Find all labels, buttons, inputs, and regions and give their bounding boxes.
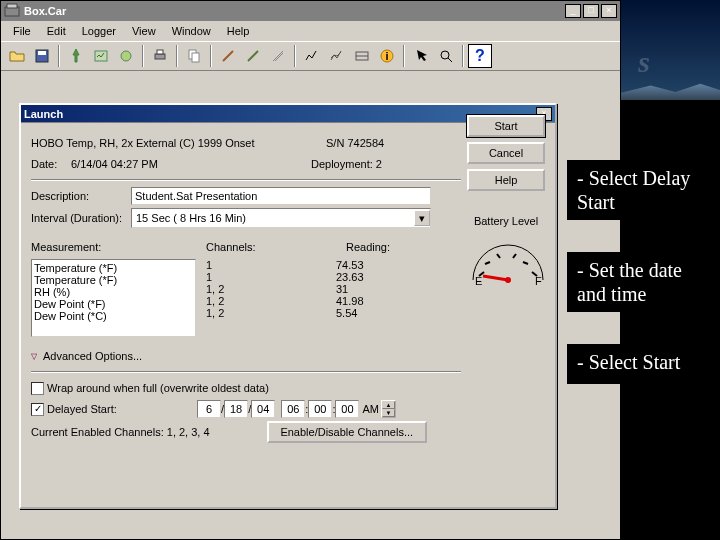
- list-item[interactable]: Dew Point (*C): [34, 310, 193, 322]
- description-label: Description:: [31, 190, 131, 202]
- print-icon[interactable]: [148, 44, 172, 68]
- info-icon[interactable]: i: [375, 44, 399, 68]
- reading-value: 23.63: [336, 271, 436, 283]
- chart-line-icon[interactable]: [300, 44, 324, 68]
- measurement-list[interactable]: Temperature (*F) Temperature (*F) RH (%)…: [31, 259, 196, 337]
- launch-dialog: Launch × Start Cancel Help Battery Level: [19, 103, 557, 509]
- tool-c-icon[interactable]: [266, 44, 290, 68]
- delayed-label: Delayed Start:: [47, 403, 197, 415]
- list-item[interactable]: Dew Point (*F): [34, 298, 193, 310]
- status-icon[interactable]: [114, 44, 138, 68]
- channel-value: 1, 2: [206, 307, 336, 319]
- time-sec-input[interactable]: [335, 400, 359, 418]
- advanced-link[interactable]: Advanced Options...: [43, 350, 142, 362]
- menu-help[interactable]: Help: [219, 23, 258, 39]
- date-value: 6/14/04 04:27 PM: [71, 158, 311, 170]
- instruction-select-start: - Select Start: [567, 344, 717, 384]
- open-icon[interactable]: [5, 44, 29, 68]
- svg-rect-9: [192, 53, 199, 62]
- instruction-set-date: - Set the date and time: [567, 252, 717, 312]
- spinner-down-icon: ▼: [382, 409, 395, 417]
- enabled-channels-label: Current Enabled Channels:: [31, 426, 164, 438]
- svg-line-17: [513, 254, 516, 258]
- menu-logger[interactable]: Logger: [74, 23, 124, 39]
- serial-value: 742584: [347, 137, 384, 149]
- date-year-input[interactable]: [251, 400, 275, 418]
- readout-icon[interactable]: [89, 44, 113, 68]
- device-line: HOBO Temp, RH, 2x External (C) 1999 Onse…: [31, 137, 326, 149]
- copy-icon[interactable]: [182, 44, 206, 68]
- reading-value: 74.53: [336, 259, 436, 271]
- menu-window[interactable]: Window: [164, 23, 219, 39]
- svg-text:i: i: [385, 50, 388, 62]
- menu-edit[interactable]: Edit: [39, 23, 74, 39]
- svg-line-15: [485, 262, 490, 264]
- chart-multi-icon[interactable]: [325, 44, 349, 68]
- list-item[interactable]: Temperature (*F): [34, 274, 193, 286]
- reading-value: 31: [336, 283, 436, 295]
- minimize-button[interactable]: _: [565, 4, 581, 18]
- start-button[interactable]: Start: [467, 115, 545, 137]
- date-day-input[interactable]: [224, 400, 248, 418]
- battery-gauge: E F: [467, 236, 549, 286]
- gauge-empty-label: E: [475, 275, 482, 286]
- deployment-label: Deployment:: [311, 158, 373, 170]
- tool-a-icon[interactable]: [216, 44, 240, 68]
- wrap-label: Wrap around when full (overwrite oldest …: [47, 382, 269, 394]
- pointer-icon[interactable]: [409, 44, 433, 68]
- app-titlebar: Box.Car _ □ ×: [1, 1, 620, 21]
- enabled-channels-value: 1, 2, 3, 4: [167, 426, 267, 438]
- chevron-down-icon[interactable]: ▾: [414, 210, 430, 226]
- channel-value: 1, 2: [206, 283, 336, 295]
- interval-value: 15 Sec ( 8 Hrs 16 Min): [132, 212, 414, 224]
- list-item[interactable]: RH (%): [34, 286, 193, 298]
- serial-label: S/N: [326, 137, 344, 149]
- date-label: Date:: [31, 158, 71, 170]
- description-input[interactable]: [131, 187, 431, 205]
- save-icon[interactable]: [30, 44, 54, 68]
- svg-line-18: [523, 262, 528, 264]
- help-icon[interactable]: ?: [468, 44, 492, 68]
- app-icon: [4, 3, 20, 19]
- list-item[interactable]: Temperature (*F): [34, 262, 193, 274]
- svg-rect-1: [7, 4, 17, 8]
- svg-line-16: [497, 254, 500, 258]
- channel-value: 1: [206, 271, 336, 283]
- menu-view[interactable]: View: [124, 23, 164, 39]
- interval-combo[interactable]: 15 Sec ( 8 Hrs 16 Min) ▾: [131, 208, 431, 228]
- svg-point-5: [121, 51, 131, 61]
- toolbar: i ?: [1, 41, 620, 71]
- time-min-input[interactable]: [308, 400, 332, 418]
- time-hour-input[interactable]: [281, 400, 305, 418]
- enable-disable-button[interactable]: Enable/Disable Channels...: [267, 421, 427, 443]
- chart-area-icon[interactable]: [350, 44, 374, 68]
- maximize-button[interactable]: □: [583, 4, 599, 18]
- svg-point-13: [441, 51, 449, 59]
- wrap-checkbox[interactable]: [31, 382, 44, 395]
- instruction-select-delay: - Select Delay Start: [567, 160, 717, 220]
- battery-label: Battery Level: [467, 215, 545, 227]
- svg-rect-6: [155, 54, 165, 59]
- help-button[interactable]: Help: [467, 169, 545, 191]
- delayed-checkbox[interactable]: ✓: [31, 403, 44, 416]
- reading-value: 41.98: [336, 295, 436, 307]
- background-letter: s: [638, 45, 650, 79]
- measurement-header: Measurement:: [31, 241, 206, 253]
- menubar: File Edit Logger View Window Help: [1, 21, 620, 41]
- channel-value: 1: [206, 259, 336, 271]
- dialog-title: Launch: [24, 108, 534, 120]
- launch-icon[interactable]: [64, 44, 88, 68]
- tool-b-icon[interactable]: [241, 44, 265, 68]
- advanced-chevron-icon[interactable]: ▽: [31, 352, 37, 361]
- date-month-input[interactable]: [197, 400, 221, 418]
- reading-header: Reading:: [346, 241, 446, 253]
- background-scene: [621, 0, 720, 100]
- svg-rect-4: [95, 51, 107, 61]
- time-spinner[interactable]: ▲▼: [381, 400, 396, 418]
- close-button[interactable]: ×: [601, 4, 617, 18]
- svg-point-20: [505, 277, 511, 283]
- zoom-icon[interactable]: [434, 44, 458, 68]
- menu-file[interactable]: File: [5, 23, 39, 39]
- channel-value: 1, 2: [206, 295, 336, 307]
- cancel-button[interactable]: Cancel: [467, 142, 545, 164]
